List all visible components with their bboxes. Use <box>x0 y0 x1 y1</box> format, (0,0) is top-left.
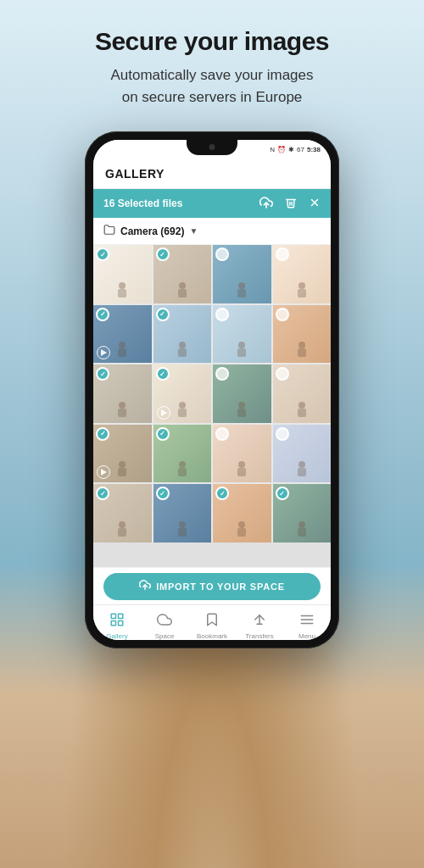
import-button-area: IMPORT TO YOUR SPACE <box>93 567 331 604</box>
headline: Secure your images <box>95 27 329 56</box>
check-circle[interactable]: ✓ <box>96 427 109 441</box>
folder-name: Camera (692) <box>120 225 184 237</box>
check-circle[interactable] <box>215 308 229 321</box>
check-circle[interactable]: ✓ <box>156 248 170 261</box>
check-circle[interactable]: ✓ <box>96 248 109 261</box>
selection-bar: 16 Selected files <box>93 189 331 218</box>
check-circle[interactable] <box>276 427 289 441</box>
nav-item-space[interactable]: Space <box>141 612 188 640</box>
photo-cell[interactable] <box>213 425 271 483</box>
nav-item-transfers[interactable]: Transfers <box>236 612 283 640</box>
time-display: 5:38 <box>307 146 321 153</box>
play-button[interactable] <box>97 346 110 359</box>
photo-cell[interactable] <box>213 245 271 303</box>
bluetooth-icon: ✱ <box>288 146 294 153</box>
check-circle[interactable]: ✓ <box>156 487 170 500</box>
phone-frame: N ⏰ ✱ 67 5:38 GALLERY 16 Selected files <box>85 131 339 648</box>
check-circle[interactable]: ✓ <box>96 367 109 381</box>
transfers-nav-label: Transfers <box>245 632 274 640</box>
photo-cell[interactable]: ✓ <box>93 425 152 483</box>
gallery-nav-label: Gallery <box>106 632 127 640</box>
photo-cell[interactable]: ✓ <box>213 484 271 542</box>
svg-rect-7 <box>111 621 115 626</box>
import-cloud-icon <box>139 579 151 593</box>
check-circle[interactable] <box>276 248 289 261</box>
chevron-down-icon: ▼ <box>189 226 198 236</box>
photo-cell[interactable]: ✓ <box>93 364 152 423</box>
check-circle[interactable]: ✓ <box>156 367 170 381</box>
photo-cell[interactable]: ✓ <box>93 305 152 364</box>
gallery-header: GALLERY <box>93 159 331 189</box>
check-circle[interactable]: ✓ <box>156 427 170 441</box>
photo-cell[interactable]: ✓ <box>273 484 332 542</box>
gallery-nav-icon <box>109 612 125 631</box>
menu-nav-icon <box>299 612 315 631</box>
photo-cell[interactable]: ✓ <box>153 245 212 303</box>
gallery-title: GALLERY <box>105 167 165 181</box>
menu-nav-label: Menu <box>298 632 315 640</box>
status-icons: N ⏰ ✱ 67 5:38 <box>270 146 321 153</box>
svg-rect-5 <box>119 614 123 618</box>
photo-cell[interactable]: ✓ <box>93 484 152 542</box>
photo-cell[interactable]: ✓ <box>153 425 212 483</box>
photo-cell[interactable]: ✓ <box>153 364 212 423</box>
alarm-icon: ⏰ <box>277 146 286 153</box>
selected-count: 16 Selected files <box>103 198 248 209</box>
check-circle[interactable] <box>276 308 289 321</box>
close-selection-icon[interactable] <box>309 197 321 211</box>
space-nav-label: Space <box>155 632 175 640</box>
svg-rect-4 <box>111 614 115 618</box>
bookmark-nav-icon <box>204 612 220 631</box>
phone-screen: N ⏰ ✱ 67 5:38 GALLERY 16 Selected files <box>93 140 331 640</box>
check-circle[interactable] <box>215 427 229 441</box>
check-circle[interactable] <box>215 248 229 261</box>
nav-item-gallery[interactable]: Gallery <box>93 612 141 640</box>
photo-cell[interactable] <box>273 305 332 364</box>
photo-cell[interactable]: ✓ <box>153 484 212 542</box>
battery-icon: 67 <box>297 146 304 153</box>
photo-cell[interactable] <box>213 364 271 423</box>
import-to-space-button[interactable]: IMPORT TO YOUR SPACE <box>103 573 321 600</box>
check-circle[interactable]: ✓ <box>156 308 170 321</box>
bottom-navigation: Gallery Space Bo <box>93 604 331 640</box>
import-button-label: IMPORT TO YOUR SPACE <box>156 581 285 592</box>
check-circle[interactable] <box>276 367 289 381</box>
transfers-nav-icon <box>252 612 267 631</box>
content-wrapper: Secure your images Automatically save yo… <box>0 0 424 648</box>
folder-icon <box>103 224 115 238</box>
upload-icon[interactable] <box>259 196 273 212</box>
check-circle[interactable]: ✓ <box>96 487 109 500</box>
subheadline: Automatically save your images on secure… <box>110 64 313 108</box>
nav-item-menu[interactable]: Menu <box>283 612 331 640</box>
nfc-icon: N <box>270 146 275 153</box>
check-circle[interactable]: ✓ <box>215 487 229 500</box>
photo-cell[interactable] <box>273 425 332 483</box>
photo-cell[interactable] <box>273 364 332 423</box>
photo-grid-container: ✓✓✓✓✓✓✓✓✓✓✓✓ <box>93 245 331 567</box>
nav-item-bookmark[interactable]: Bookmark <box>188 612 236 640</box>
photo-cell[interactable]: ✓ <box>153 305 212 364</box>
play-button[interactable] <box>157 406 170 420</box>
folder-selector[interactable]: Camera (692) ▼ <box>93 218 331 245</box>
delete-icon[interactable] <box>285 197 297 211</box>
check-circle[interactable]: ✓ <box>96 308 109 321</box>
camera-dot <box>209 144 215 150</box>
check-circle[interactable]: ✓ <box>276 487 289 500</box>
play-button[interactable] <box>97 465 110 479</box>
photo-cell[interactable] <box>213 305 271 364</box>
photo-cell[interactable] <box>273 245 332 303</box>
space-nav-icon <box>157 612 172 631</box>
phone-notch <box>187 140 237 155</box>
bookmark-nav-label: Bookmark <box>197 632 227 640</box>
photo-cell[interactable]: ✓ <box>93 245 152 303</box>
check-circle[interactable] <box>215 367 229 381</box>
svg-rect-6 <box>119 621 123 626</box>
photo-grid: ✓✓✓✓✓✓✓✓✓✓✓✓ <box>93 245 331 542</box>
